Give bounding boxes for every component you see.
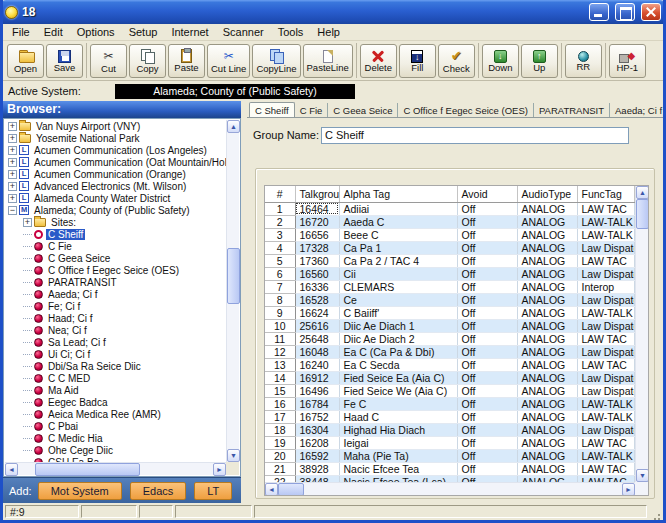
cell[interactable]: 16912	[295, 371, 339, 384]
row-number[interactable]: 9	[265, 306, 295, 319]
scroll-thumb[interactable]	[636, 199, 649, 229]
cell[interactable]: ANALOG	[517, 241, 577, 254]
cell[interactable]: Off	[457, 371, 517, 384]
down-button[interactable]: Down	[482, 44, 519, 78]
cell[interactable]: Off	[457, 358, 517, 371]
cell[interactable]: LAW TAC	[577, 462, 635, 475]
cell[interactable]: Off	[457, 410, 517, 423]
table-row[interactable]: 1516496Fied Seice We (Aia C)OffANALOGLaw…	[265, 384, 635, 397]
menu-options[interactable]: Options	[71, 25, 121, 39]
tree-item-paratransit[interactable]: PARATRANSIT	[5, 276, 226, 288]
maximize-button[interactable]	[615, 3, 635, 21]
cell[interactable]: Diic Ae Diach 2	[339, 332, 457, 345]
cell[interactable]: Off	[457, 319, 517, 332]
cell[interactable]: 16496	[295, 384, 339, 397]
row-number[interactable]: 2	[265, 215, 295, 228]
expand-toggle[interactable]: +	[8, 134, 17, 143]
row-number[interactable]: 7	[265, 280, 295, 293]
cell[interactable]: 16560	[295, 267, 339, 280]
copy-button[interactable]: Copy	[129, 44, 166, 78]
tree-item-advanced-electronics-mt-wilson[interactable]: +LAdvanced Electronics (Mt. Wilson)	[5, 180, 226, 192]
group-name-input[interactable]	[321, 127, 629, 144]
cell[interactable]: Off	[457, 254, 517, 267]
tree-item-yosemite-national-park[interactable]: +Yosemite National Park	[5, 132, 226, 144]
cell[interactable]: ANALOG	[517, 267, 577, 280]
cell[interactable]: 16208	[295, 436, 339, 449]
tree-item-ui-ci-ci-f[interactable]: Ui Ci; Ci f	[5, 348, 226, 360]
expand-toggle[interactable]: +	[8, 122, 17, 131]
add-lt-button[interactable]: LT	[194, 482, 232, 500]
tree-item-c-pbai[interactable]: C Pbai	[5, 420, 226, 432]
row-number[interactable]: 10	[265, 319, 295, 332]
table-row[interactable]: 1816304Highad Hia DiachOffANALOGLaw Disp…	[265, 423, 635, 436]
cell[interactable]: C Baiiff'	[339, 306, 457, 319]
column-header-talkgroup[interactable]: Talkgroup	[295, 186, 339, 202]
cell[interactable]: LAW-TALK	[577, 306, 635, 319]
cell[interactable]: Law Dispatch	[577, 384, 635, 397]
tree-item-aeica-medica-ree-amr[interactable]: Aeica Medica Ree (AMR)	[5, 408, 226, 420]
row-number[interactable]: 11	[265, 332, 295, 345]
cell[interactable]: ANALOG	[517, 397, 577, 410]
scroll-thumb[interactable]	[35, 463, 140, 476]
pasteline-button[interactable]: PasteLine	[303, 44, 353, 78]
cell[interactable]: LAW TAC	[577, 436, 635, 449]
row-number[interactable]: 3	[265, 228, 295, 241]
cell[interactable]: LAW-TALK	[577, 397, 635, 410]
table-row[interactable]: 2238448Nacic Efcee Tea (Lca)OffANALOGLAW…	[265, 475, 635, 482]
table-row[interactable]: 1916208IeigaiOffANALOGLAW TAC	[265, 436, 635, 449]
tab-c-geea-seice[interactable]: C Geea Seice	[328, 103, 398, 117]
cell[interactable]: LAW-TALK	[577, 228, 635, 241]
close-button[interactable]	[641, 3, 661, 21]
cell[interactable]: LAW TAC	[577, 358, 635, 371]
scroll-thumb[interactable]	[227, 248, 240, 304]
row-number[interactable]: 19	[265, 436, 295, 449]
cell[interactable]: Off	[457, 449, 517, 462]
cell[interactable]: 16336	[295, 280, 339, 293]
cell[interactable]: Off	[457, 306, 517, 319]
tree-item-dbi-sa-ra-seice-diic[interactable]: Dbi/Sa Ra Seice Diic	[5, 360, 226, 372]
cell[interactable]: Off	[457, 475, 517, 482]
cell[interactable]: ANALOG	[517, 319, 577, 332]
table-row[interactable]: 1316240Ea C SecdaOffANALOGLAW TAC	[265, 358, 635, 371]
cell[interactable]: Off	[457, 202, 517, 215]
cut-line-button[interactable]: Cut Line	[207, 44, 250, 78]
tree-item-ohe-cege-diic[interactable]: Ohe Cege Diic	[5, 444, 226, 456]
scroll-left-arrow[interactable]: ◄	[265, 483, 278, 496]
cell[interactable]: ANALOG	[517, 475, 577, 482]
table-row[interactable]: 1716752Haad COffANALOGLAW-TALK	[265, 410, 635, 423]
tree-item-acumen-communication-oat-mountain-hollywood[interactable]: +LAcumen Communication (Oat Mountain/Hol…	[5, 156, 226, 168]
cell[interactable]: 17360	[295, 254, 339, 267]
cell[interactable]: ANALOG	[517, 293, 577, 306]
open-button[interactable]: Open	[7, 44, 44, 78]
cell[interactable]: Ieigai	[339, 436, 457, 449]
row-number[interactable]: 20	[265, 449, 295, 462]
table-row[interactable]: 616560CiiOffANALOGLaw Dispatch	[265, 267, 635, 280]
cell[interactable]: Off	[457, 436, 517, 449]
cell[interactable]: ANALOG	[517, 254, 577, 267]
cut-button[interactable]: Cut	[90, 44, 127, 78]
cell[interactable]: Ea C Secda	[339, 358, 457, 371]
row-number[interactable]: 17	[265, 410, 295, 423]
fill-button[interactable]: Fill	[399, 44, 436, 78]
cell[interactable]: Law Dispatch	[577, 423, 635, 436]
tree-item-alameda-county-of-public-safety[interactable]: −MAlameda; County of (Public Safety)	[5, 204, 226, 216]
scroll-down-arrow[interactable]: ▼	[636, 469, 649, 482]
cell[interactable]: ANALOG	[517, 345, 577, 358]
tree-item-eegec-badca[interactable]: Eegec Badca	[5, 396, 226, 408]
column-header-audiotype[interactable]: AudioType	[517, 186, 577, 202]
row-number[interactable]: 13	[265, 358, 295, 371]
tab-c-office-f-eegec-seice-oes[interactable]: C Office f Eegec Seice (OES)	[398, 103, 533, 117]
tree-item-c-medic-hia[interactable]: C Medic Hia	[5, 432, 226, 444]
cell[interactable]: Aaeda C	[339, 215, 457, 228]
resize-grip[interactable]	[649, 505, 661, 517]
column-header-item[interactable]: #	[265, 186, 295, 202]
cell[interactable]: Cii	[339, 267, 457, 280]
cell[interactable]: Interop	[577, 280, 635, 293]
cell[interactable]: Ea C (Ca Pa & Dbi)	[339, 345, 457, 358]
row-number[interactable]: 1	[265, 202, 295, 215]
menu-internet[interactable]: Internet	[165, 25, 214, 39]
cell[interactable]: Off	[457, 293, 517, 306]
table-row[interactable]: 1025616Diic Ae Diach 1OffANALOGLaw Dispa…	[265, 319, 635, 332]
tree-item-sa-lead-ci-f[interactable]: Sa Lead; Ci f	[5, 336, 226, 348]
cell[interactable]: Off	[457, 241, 517, 254]
